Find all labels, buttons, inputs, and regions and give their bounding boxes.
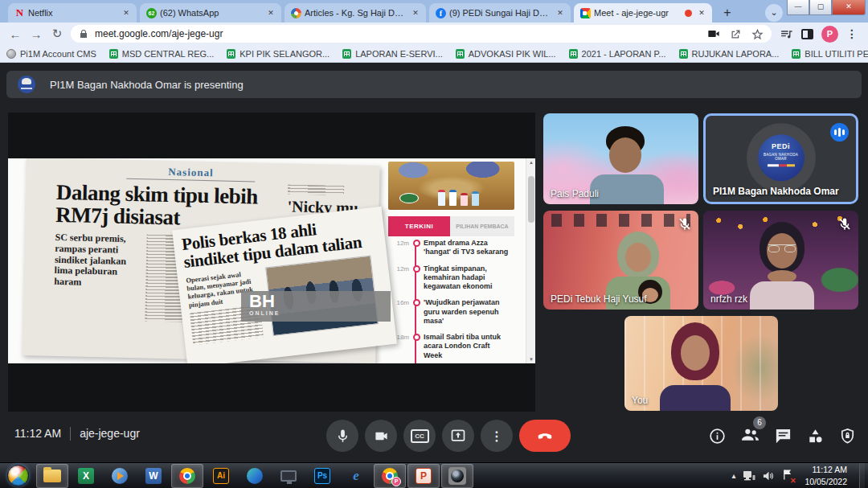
taskbar-computer[interactable] [272,464,305,488]
network-icon[interactable] [743,470,755,482]
sheets-icon [227,49,235,59]
more-options-button[interactable]: ⋮ [481,420,513,452]
profile-avatar[interactable]: P [821,26,838,43]
tile-pais-paduli[interactable]: Pais Paduli [543,113,698,204]
back-button[interactable]: ← [5,27,26,41]
taskbar-edge[interactable] [239,464,271,488]
sheets-icon [679,49,688,59]
close-tab-icon[interactable]: ✕ [696,7,707,18]
tab-title: (62) WhatsApp [160,8,262,18]
error-x-icon: ✕ [790,477,796,485]
tray-clock[interactable]: 11:12 AM 10/05/2022 [800,464,852,486]
restore-button[interactable]: ▢ [809,0,832,15]
media-controls-icon[interactable] [780,27,793,41]
excel-icon: X [78,468,94,484]
participant-count-badge: 6 [753,416,766,429]
tab-articles[interactable]: Articles - Kg. Sg Haji Dorani - ✕ [285,3,426,23]
lock-icon [79,29,88,39]
taskbar-media-player[interactable] [104,464,136,488]
present-button[interactable] [442,420,474,452]
show-desktop-button[interactable] [859,463,865,488]
sheets-icon [569,49,578,59]
call-controls: CC ⋮ [326,420,571,452]
bookmark-2021-laporan[interactable]: 2021 - LAPORAN P... [569,49,666,59]
bookmark-laporan-eservi[interactable]: LAPORAN E-SERVI... [342,49,443,59]
news-sidebar-tabs: TERKINI PILIHAN PEMBACA [388,216,514,236]
meeting-side-controls: 6 [708,424,857,448]
minimize-button[interactable]: — [787,0,809,15]
bookmark-advokasi[interactable]: ADVOKASI PIK WIL... [456,49,556,59]
tab-netflix[interactable]: N Netflix ✕ [8,3,137,23]
share-icon[interactable] [730,28,742,40]
tab-facebook[interactable]: f (9) PEDi Sungai Haji Dorani | F ✕ [429,3,571,23]
close-window-button[interactable]: ✕ [832,0,866,15]
camera-in-use-icon[interactable] [707,27,720,40]
bookmark-star-icon[interactable] [751,28,764,40]
mic-icon [335,429,350,444]
taskbar-internet-explorer[interactable]: e [340,464,372,488]
chat-button[interactable] [774,427,792,445]
newspaper-section-label: Nasional [126,165,255,182]
taskbar-chrome[interactable] [171,464,203,488]
side-panel-icon[interactable] [801,29,813,39]
tile-pi1m-bagan-nakhoda-omar[interactable]: PEDi BAGAN NAKHODA OMAR PI1M Bagan Nakho… [703,113,858,204]
participants-button[interactable]: 6 [740,424,760,448]
taskbar-camera-app[interactable] [441,464,473,488]
reload-button[interactable]: ↻ [47,27,68,41]
mic-off-icon [837,217,852,232]
bookmark-rujukan[interactable]: RUJUKAN LAPORA... [679,49,780,59]
activities-button[interactable] [806,427,825,445]
tile-you[interactable]: You [624,316,778,411]
end-call-button[interactable] [519,420,571,452]
taskbar-powerpoint[interactable]: P [407,464,440,488]
address-bar[interactable]: meet.google.com/aje-jege-ugr [71,25,772,43]
present-icon [450,428,466,444]
taskbar-photoshop[interactable]: Ps [306,464,338,488]
taskbar-word[interactable]: W [137,464,170,488]
tile-pedi-tebuk-haji-yusuf[interactable]: PEDi Tebuk Haji Yusuf [543,211,698,310]
bookmark-kpi-pik[interactable]: KPI PIK SELANGOR... [227,49,330,59]
meeting-code: aje-jege-ugr [80,427,140,440]
action-center-flag-icon[interactable]: ✕ [782,469,792,483]
internet-explorer-icon: e [353,468,359,484]
tile-nrfzh-rzk[interactable]: nrfzh rzk [703,211,858,310]
close-tab-icon[interactable]: ✕ [555,7,566,18]
close-tab-icon[interactable]: ✕ [410,7,421,18]
watermark-text: BH [249,293,391,310]
url-text: meet.google.com/aje-jege-ugr [95,28,707,39]
tab-meet-active[interactable]: Meet - aje-jege-ugr ✕ [574,3,712,23]
info-button[interactable] [708,427,727,445]
tab-terkini: TERKINI [388,216,450,236]
start-button[interactable] [7,465,29,486]
forward-button[interactable]: → [26,27,47,41]
chrome-menu-icon[interactable]: ⋮ [846,27,858,40]
close-tab-icon[interactable]: ✕ [121,7,132,18]
tab-search-chevron-icon[interactable]: ⌄ [765,4,783,22]
hidden-icons-chevron[interactable]: ▴ [731,471,735,480]
tab-pilihan-pembaca: PILIHAN PEMBACA [450,216,514,236]
captions-button[interactable]: CC [403,420,436,452]
browser-toolbar: ← → ↻ meet.google.com/aje-jege-ugr P ⋮ [0,23,868,45]
bookmark-pi1m-cms[interactable]: Pi1M Account CMS [6,49,96,59]
participant-name: You [632,395,648,406]
bookmarks-bar: Pi1M Account CMS MSD CENTRAL REG... KPI … [0,45,868,63]
new-tab-button[interactable]: + [719,5,735,21]
taskbar-chrome-profile[interactable]: P [374,464,406,488]
news-website-sidebar: TERKINI PILIHAN PEMBACA 12m Empat drama … [388,158,525,363]
bookmark-bill-utiliti[interactable]: BILL UTILITI PEDI W... [792,49,868,59]
presenting-banner-text: PI1M Bagan Nakhoda Omar is presenting [50,79,244,91]
watermark-subtext: ONLINE [249,310,391,316]
mic-button[interactable] [326,420,358,452]
camera-button[interactable] [365,420,397,452]
close-tab-icon[interactable]: ✕ [265,7,276,18]
bookmark-msd-central[interactable]: MSD CENTRAL REG... [109,49,215,59]
tab-whatsapp[interactable]: 62 (62) WhatsApp ✕ [140,3,281,23]
tab-strip: N Netflix ✕ 62 (62) WhatsApp ✕ Articles … [0,0,868,23]
end-call-icon [536,427,554,445]
taskbar-excel[interactable]: X [70,464,102,488]
taskbar-illustrator[interactable]: Ai [205,464,237,488]
host-controls-button[interactable] [838,427,857,445]
volume-icon[interactable] [763,470,775,482]
taskbar-explorer[interactable] [36,464,68,488]
recording-indicator-dot [685,10,692,17]
